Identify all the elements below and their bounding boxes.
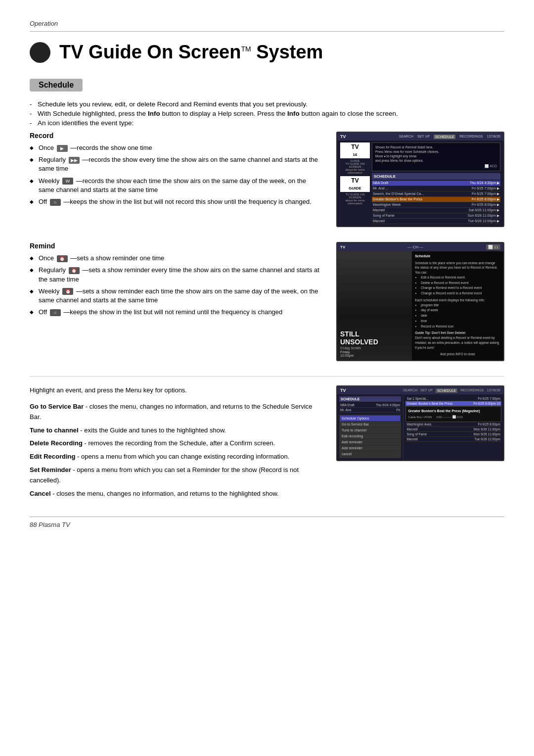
page-title: TV Guide On ScreenTM System [30,42,504,63]
screen2-bullet-1: Edit a Record or Remind event [421,275,500,280]
screen2-detail-bullets: program title day of week date time Reco… [415,303,500,329]
actor-name: Craig Smith [340,346,409,350]
s3-row-nbadraft: NBA Draft Thu 6/24 4:30pm [339,403,401,408]
page-container: Operation TV Guide On ScreenTM System Sc… [0,0,534,548]
screen1-right-panel: Shows for Record or Remind listed here. … [372,142,500,224]
tv-logo-2: TVGUIDE [340,176,370,192]
s3-right-row-3: Washington Aves. Fri 6/25 8:00pm [405,422,501,427]
s3-popup: Greater Boston's Beat the Press (Magazin… [405,406,501,422]
remind-regularly-icon: ⏰ [69,267,80,274]
screen1-nav: SEARCH SET UP SCHEDULE RECORDINGS 137/8/… [399,135,500,139]
s3-menu-schedule-options[interactable]: Schedule Options [340,416,400,422]
s3-row-mr: Mr. And Fri [339,408,401,413]
separator-line [30,376,504,377]
remind-weekly-desc: —sets a show reminder each time the show… [39,287,318,304]
record-off-desc: —keeps the show in the list but will not… [63,198,312,205]
s3-menu-add-reminder-1[interactable]: Add reminder [340,439,400,445]
screen3-nav-items: SEARCH SET UP SCHEDULE RECORDINGS 137/8/… [403,388,500,393]
record-off-icon: ○ [50,199,61,206]
record-regularly-icon: ▶▶ [69,157,80,164]
title-text: TV Guide On ScreenTM System [59,42,323,63]
screen3-nav: TV SEARCH SET UP SCHEDULE RECORDINGS 137… [337,386,503,394]
s3-menu-goto-service-bar[interactable]: Go to Service Bar [340,422,400,427]
s3-nav-search: SEARCH [403,388,417,393]
record-section-area: Record Once ▶ —records the show one time… [30,132,504,227]
s3-right-row-2: Greater Boston's Beat the Press Fri 6/25… [405,401,501,406]
nav-recordings: RECORDINGS [459,135,483,139]
bottom-left-col: Highlight an event, and press the Menu k… [30,385,321,502]
screen1-body: TV16 GUIDETV GUIDE ON SCREENabout for mo… [337,141,503,226]
screen2-detail-3: date [421,313,500,318]
remind-item-weekly: Weekly ⏰ —sets a show reminder each time… [30,287,321,305]
option-set-reminder: Set Reminder - opens a menu from which y… [30,465,321,486]
screen2-info-title: Schedule [415,254,500,259]
screen1-row-5: Washington Week Fri 6/25 8:00pm ▶ [372,202,500,208]
s3-nav-date: 137/8/26 [487,388,500,393]
s3-menu-add-reminder-2[interactable]: Add reminder [340,445,400,451]
remind-regularly-label: Regularly [39,266,68,274]
record-once-icon: ▶ [57,145,68,152]
nav-search: SEARCH [399,135,413,139]
remind-regularly-desc: —sets a show reminder every time the sho… [39,266,319,283]
screen1-tv-logos: TV16 GUIDETV GUIDE ON SCREENabout for mo… [340,142,370,224]
screen3-logo: TV [340,388,346,393]
screen2-detail-5: Record or Remind icon [421,324,500,329]
schedule-intro-item-3: An icon identifies the event type: [30,119,504,127]
s3-right-row-5: Song of Fame Mon 6/26 11:00pm [405,432,501,437]
s3-nav-recordings: RECORDINGS [460,388,484,393]
screen1-row-8: Macneil Tue 6/28 12:00pm ▶ [372,219,500,224]
screen2-info-text: Schedule is the place where you can revi… [415,261,500,275]
remind-off-label: Off [39,308,49,316]
schedule-intro-item-2: With Schedule highlighted, press the Inf… [30,110,504,117]
s3-popup-cable: Cable Box / ATNN 3:00 ——— ⬜ ACD [408,415,499,420]
screen3-options-box: Schedule Options Go to Service Bar Tune … [339,415,401,458]
top-rule [30,31,504,32]
option-tune-channel: Tune to channel - exits the Guide and tu… [30,425,321,436]
s3-popup-title: Greater Boston's Beat the Press (Magazin… [408,409,499,414]
record-left-col: Record Once ▶ —records the show one time… [30,132,321,227]
screen2-bullet-4: Change a Record event to a Remind event [421,291,500,296]
screen1-row-4: Greater Boston's Beat the Press Fri 6/25… [372,197,500,202]
record-once-desc: —records the show one time [70,144,152,151]
record-regularly-desc: —records the show every time the show ai… [39,156,318,172]
s3-right-row-1: Sat-1 Special... Fri 6/25 7:00pm [405,396,501,401]
screen3-left-menu: SCHEDULE NBA Draft Thu 6/24 4:30pm Mr. A… [337,394,403,460]
screen1-row-7: Song of Fame Sun 6/28 11:00pm ▶ [372,213,500,219]
screen3-container: TV SEARCH SET UP SCHEDULE RECORDINGS 137… [336,385,504,502]
s3-menu-cancel[interactable]: cancel [340,451,400,457]
show-time: 10:00pm [340,354,409,357]
nav-date: 137/8/26 [487,135,500,139]
screen1-row-1: NBA Draft Thu 6/24 4:30pm ▶ [372,181,500,186]
screen2-left-panel: STILLUNSOLVED Craig Smith Friday 10:00pm [337,251,412,360]
screen2-info-bullets: Edit a Record or Remind event Delete a R… [415,275,500,296]
remind-off-icon: ○ [50,309,61,316]
remind-once-label: Once [39,254,56,262]
s3-menu-tune-channel[interactable]: Tune to channel [340,427,400,433]
screen2: TV — CH — ⬜ 11 STILLUNSOLVED Craig Smith… [336,242,504,361]
option-edit-recording: Edit Recording - opens a menu from which… [30,452,321,462]
screen1-row-2: Mr. And ... Fri 6/25 7:00pm ▶ [372,186,500,191]
record-off-label: Off [39,198,49,205]
s3-right-row-6: Macneil Tue 6/28 12:00pm [405,437,501,442]
schedule-badge: Schedule [30,79,83,92]
remind-once-icon: ⏰ [57,255,68,262]
screen2-container: TV — CH — ⬜ 11 STILLUNSOLVED Craig Smith… [336,242,504,361]
screen2-detail-2: day of week [421,308,500,313]
bottom-intro: Highlight an event, and press the Menu k… [30,385,321,396]
s3-menu-edit-recording[interactable]: Edit recording [340,433,400,439]
screen2-bullet-3: Change a Remind event to a Record event [421,285,500,290]
screen1-logo: TV [340,134,346,139]
screen2-channel: — CH — [408,245,424,249]
remind-item-once: Once ⏰ —sets a show reminder one time [30,254,321,263]
record-once-label: Once [39,144,56,151]
screen2-logo: TV [340,245,345,249]
option-go-service-bar: Go to Service Bar - closes the menu, cha… [30,402,321,423]
remind-left-col: Remind Once ⏰ —sets a show reminder one … [30,242,321,361]
screen1-info-box: Shows for Record or Remind listed here. … [372,142,500,171]
screen2-guide-tip-text: Don't worry about deleting a Record or R… [415,335,500,350]
remind-weekly-icon: ⏰ [62,288,73,295]
screen1-schedule-header: SCHEDULE [372,173,500,180]
record-title: Record [30,132,321,140]
screen2-detail-intro: Each scheduled event displays the follow… [415,298,500,303]
screen2-close-text: And press INFO to close [415,352,500,357]
